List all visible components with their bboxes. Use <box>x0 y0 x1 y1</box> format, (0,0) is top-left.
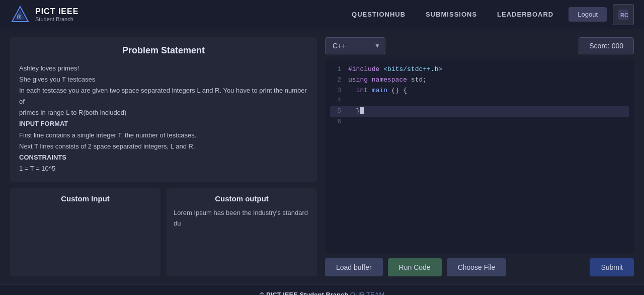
problem-body: Ashley loves primes! She gives you T tes… <box>19 63 308 174</box>
line-number-5: 5 <box>330 106 341 117</box>
footer: © PICT IEEE Student Branch OUR TEAM <box>0 284 644 295</box>
line-content-4 <box>348 96 352 106</box>
navbar: R PICT IEEE Student Branch QUESTIONHUB S… <box>0 0 644 29</box>
code-line-6: 6 <box>330 117 629 127</box>
code-line-4: 4 <box>330 96 629 106</box>
io-panels: Custom Input Custom output Lorem Ipsum h… <box>10 188 317 276</box>
line-number-3: 3 <box>330 86 341 96</box>
code-line-3: 3 int main () { <box>330 86 629 96</box>
score-display: Score: 000 <box>579 37 634 54</box>
nav-questionhub[interactable]: QUESTIONHUB <box>352 11 406 18</box>
user-avatar-icon: RC <box>617 9 629 21</box>
logo-text: PICT IEEE Student Branch <box>35 7 78 22</box>
line-content-6 <box>348 117 352 127</box>
choose-file-button[interactable]: Choose File <box>447 258 507 276</box>
problem-line-4: primes in range L to R(both included) <box>19 107 308 118</box>
custom-output-box: Custom output Lorem Ipsum has been the i… <box>167 188 317 276</box>
nav-submissions[interactable]: SUBMISSIONS <box>426 11 477 18</box>
logo-subtitle: Student Branch <box>35 16 78 22</box>
custom-output-content: Lorem Ipsum has been the industry's stan… <box>174 208 310 229</box>
main-content: Problem Statement Ashley loves primes! S… <box>0 29 644 284</box>
code-editor[interactable]: 1 #include <bits/stdc++.h> 2 using names… <box>325 59 634 253</box>
nav-leaderboard[interactable]: LEADERBOARD <box>497 11 553 18</box>
editor-actions: Load buffer Run Code Choose File Submit <box>325 258 634 276</box>
svg-text:R: R <box>17 14 21 20</box>
problem-line-7: 1 = T = 10^5 <box>19 163 308 174</box>
load-buffer-button[interactable]: Load buffer <box>325 258 383 276</box>
problem-input-label: INPUT FORMAT <box>19 118 308 129</box>
line-content-1: #include <bits/stdc++.h> <box>348 64 442 75</box>
footer-brand: © PICT IEEE Student Branch <box>260 291 348 295</box>
logout-button[interactable]: Logout <box>569 7 607 22</box>
problem-line-3: In each testcase you are given two space… <box>19 85 308 107</box>
svg-text:RC: RC <box>620 12 628 18</box>
run-code-button[interactable]: Run Code <box>388 258 442 276</box>
custom-output-title: Custom output <box>174 194 310 203</box>
problem-line-2: She gives you T testcases <box>19 74 308 85</box>
line-number-1: 1 <box>330 64 341 75</box>
user-profile-icon[interactable]: RC <box>613 4 634 25</box>
line-number-4: 4 <box>330 96 341 106</box>
custom-input-title: Custom Input <box>17 194 153 203</box>
line-number-6: 6 <box>330 117 341 127</box>
line-content-2: using namespace std; <box>348 75 427 86</box>
language-selector-wrapper: C++ Python Java C ▼ <box>325 37 385 54</box>
custom-input-box: Custom Input <box>10 188 160 276</box>
line-number-2: 2 <box>330 75 341 86</box>
right-panel: C++ Python Java C ▼ Score: 000 1 #includ… <box>325 37 634 276</box>
nav-links: QUESTIONHUB SUBMISSIONS LEADERBOARD <box>352 11 553 18</box>
language-select[interactable]: C++ Python Java C <box>325 37 385 54</box>
editor-toolbar: C++ Python Java C ▼ Score: 000 <box>325 37 634 54</box>
problem-line-6: Next T lines consists of 2 space separat… <box>19 141 308 152</box>
left-panel: Problem Statement Ashley loves primes! S… <box>10 37 317 276</box>
problem-line-5: First line contains a single integer T, … <box>19 130 308 141</box>
code-line-5: 5 }█ <box>330 106 629 117</box>
line-content-5: }█ <box>348 106 364 117</box>
problem-constraints-label: CONSTRAINTS <box>19 152 308 163</box>
custom-input-textarea[interactable] <box>17 208 153 268</box>
code-line-2: 2 using namespace std; <box>330 75 629 86</box>
problem-statement-box: Problem Statement Ashley loves primes! S… <box>10 37 317 182</box>
submit-button[interactable]: Submit <box>590 258 634 276</box>
logo-area: R PICT IEEE Student Branch <box>10 5 78 25</box>
code-line-1: 1 #include <bits/stdc++.h> <box>330 64 629 75</box>
our-team-link[interactable]: OUR TEAM <box>350 291 384 295</box>
line-content-3: int main () { <box>348 86 407 96</box>
problem-title: Problem Statement <box>19 45 308 56</box>
logo-title: PICT IEEE <box>35 7 78 16</box>
problem-line-1: Ashley loves primes! <box>19 63 308 74</box>
logo-icon: R <box>10 5 30 25</box>
